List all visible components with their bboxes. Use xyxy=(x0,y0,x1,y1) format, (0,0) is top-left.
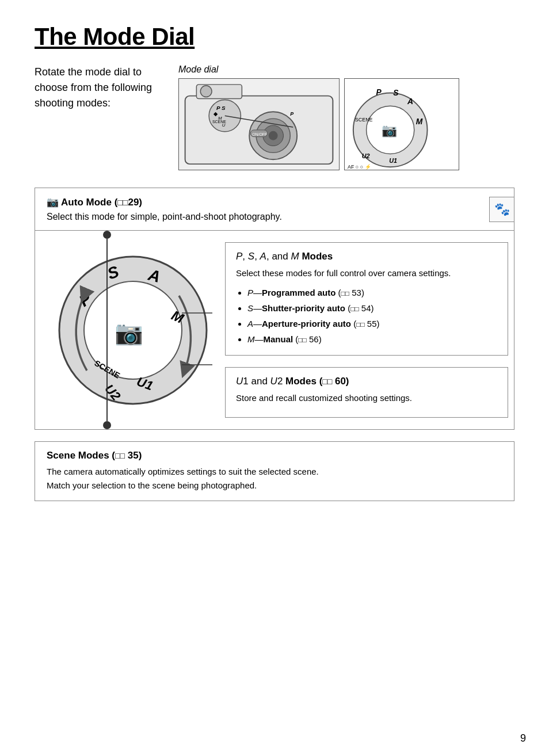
scene-modes-box: Scene Modes (□□ 35) The camera automatic… xyxy=(35,441,514,501)
psam-modes-box: P, S, A, and M Modes Select these modes … xyxy=(225,242,508,356)
auto-mode-ref: 29 xyxy=(128,197,139,208)
mode-dial-diagram: 📷 S A P M SCENE U1 U2 xyxy=(52,250,214,411)
svg-text:ON/OFF: ON/OFF xyxy=(252,132,267,136)
auto-mode-text: Select this mode for simple, point-and-s… xyxy=(47,212,502,222)
right-info-boxes: P, S, A, and M Modes Select these modes … xyxy=(225,242,508,418)
svg-text:M: M xyxy=(416,117,423,126)
u-modes-text: Store and recall customized shooting set… xyxy=(236,392,497,405)
page-number: 9 xyxy=(520,732,526,744)
psam-list: P—Programmed auto (□□ 53) S—Shutter-prio… xyxy=(236,285,497,347)
u-modes-box: U1 and U2 Modes (□□ 60) Store and recall… xyxy=(225,367,508,418)
svg-text:U2: U2 xyxy=(362,152,370,159)
page-title: The Mode Dial xyxy=(35,23,514,51)
auto-mode-title: 📷 Auto Mode (□□29) xyxy=(47,196,502,208)
dial-closeup-diagram: 📷 S A M P SCENE U2 U1 AF ○ ○ ⚡ xyxy=(344,78,459,170)
svg-text:📷: 📷 xyxy=(382,123,398,138)
scene-modes-text2: Match your selection to the scene being … xyxy=(47,479,502,492)
auto-mode-label: Auto Mode ( xyxy=(61,197,117,208)
svg-point-11 xyxy=(269,131,278,140)
svg-text:AF ○  ○  ⚡: AF ○ ○ ⚡ xyxy=(348,163,372,170)
svg-text:U: U xyxy=(222,123,226,128)
svg-text:S: S xyxy=(393,89,399,98)
camera-diagram: Mode dial P S ◆ M SCENE U xyxy=(178,64,459,170)
side-bookmark-icon: 🐾 xyxy=(489,197,514,222)
diagram-label: Mode dial xyxy=(178,64,218,75)
list-item-a: A—Aperture-priority auto (□□ 55) xyxy=(247,316,497,331)
svg-text:📷: 📷 xyxy=(115,319,143,346)
scene-modes-text1: The camera automatically optimizes setti… xyxy=(47,465,502,479)
intro-text: Rotate the mode dial to choose from the … xyxy=(35,64,161,111)
svg-text:A: A xyxy=(407,97,413,106)
psam-title: P, S, A, and M Modes xyxy=(236,251,497,262)
svg-text:P: P xyxy=(290,111,293,117)
svg-text:U1: U1 xyxy=(389,157,397,164)
list-item-s: S—Shutter-priority auto (□□ 54) xyxy=(247,300,497,316)
auto-mode-box: 📷 Auto Mode (□□29) Select this mode for … xyxy=(35,188,514,230)
top-section: Rotate the mode dial to choose from the … xyxy=(35,64,514,170)
svg-text:P S: P S xyxy=(216,105,226,111)
svg-text:◆: ◆ xyxy=(213,111,218,117)
middle-section: 📷 S A P M SCENE U1 U2 xyxy=(35,231,514,429)
u-modes-title: U1 and U2 Modes (□□ 60) xyxy=(236,376,497,387)
list-item-p: P—Programmed auto (□□ 53) xyxy=(247,285,497,300)
list-item-m: M—Manual (□□ 56) xyxy=(247,331,497,347)
auto-mode-icon: 📷 xyxy=(47,197,59,208)
scene-modes-title: Scene Modes (□□ 35) xyxy=(47,450,502,461)
main-bordered-area: 📷 S A P M SCENE U1 U2 xyxy=(35,230,514,430)
psam-subtitle: Select these modes for full control over… xyxy=(236,267,497,280)
svg-text:SCENE: SCENE xyxy=(355,117,373,123)
scene-ref-num: 35 xyxy=(128,450,139,461)
diagram-images: P S ◆ M SCENE U ON/OFF xyxy=(178,78,459,170)
camera-body-diagram: P S ◆ M SCENE U ON/OFF xyxy=(178,78,340,170)
svg-text:P: P xyxy=(376,87,382,97)
svg-point-14 xyxy=(200,86,212,97)
